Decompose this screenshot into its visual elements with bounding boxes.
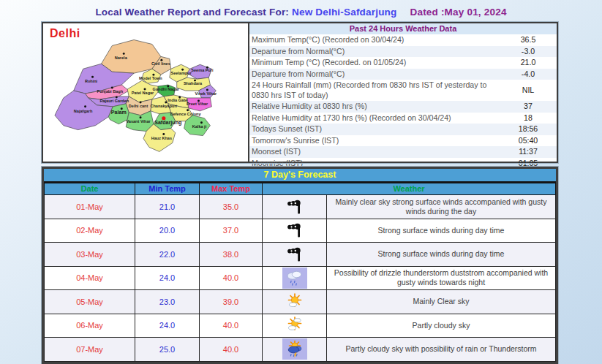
past24-row-value: 18:56 xyxy=(499,124,557,135)
map-label: Punjabi Bagh xyxy=(97,89,124,94)
forecast-weather-description: Mainly clear sky strong surface winds ac… xyxy=(327,195,556,219)
forecast-row: 07-May25.040.0Partly cloudy sky with pos… xyxy=(45,338,556,362)
past24-row: Todays Sunset (IST)18:56 xyxy=(249,124,557,135)
station-name: New Delhi-Safdarjung xyxy=(292,7,397,18)
map-label: Hauz Khas xyxy=(151,136,172,140)
forecast-date: 04-May xyxy=(45,266,135,290)
forecast-icon-cell xyxy=(263,219,327,243)
forecast-min-temp: 24.0 xyxy=(135,266,200,290)
map-label: Safdarjung xyxy=(154,120,181,126)
sun-partly-cloudy-icon xyxy=(282,315,307,336)
forecast-max-temp: 37.0 xyxy=(200,219,263,243)
forecast-min-temp: 20.0 xyxy=(135,219,200,243)
past24-row-label: Todays Sunset (IST) xyxy=(249,124,499,135)
forecast-row: 04-May24.040.0Possibility of drizzle thu… xyxy=(45,266,556,290)
sun-clear-icon xyxy=(282,291,307,312)
forecast-weather-description: Partly cloudy sky xyxy=(327,314,556,338)
forecast-weather-description: Strong surface winds during day time xyxy=(327,219,556,243)
district-narela xyxy=(101,40,160,74)
past24-row-value: 21.0 xyxy=(499,57,557,69)
past24-header: Past 24 Hours Weather Data xyxy=(249,23,557,34)
forecast-icon-cell xyxy=(263,314,327,338)
map-label: Vivek Vihar xyxy=(195,91,218,96)
map-dot xyxy=(84,105,86,107)
past24-row: 24 Hours Rainfall (mm) (Recorded from 08… xyxy=(249,80,557,101)
past24-row-value: 36.5 xyxy=(499,34,557,46)
past24-row-value: NIL xyxy=(499,80,557,101)
map-label: India Gate xyxy=(168,98,187,102)
column-header-min-temp: Min Temp xyxy=(135,183,200,195)
forecast-icon-cell xyxy=(263,338,327,362)
map-label: Seema Puri xyxy=(191,68,214,72)
delhi-map-panel: Delhi xyxy=(43,23,249,162)
past24-row-label: Moonset (IST) xyxy=(249,146,499,158)
forecast-weather-description: Possibility of drizzle thunderstorm dust… xyxy=(327,266,556,290)
past24-row-label: 24 Hours Rainfall (mm) (Recorded from 08… xyxy=(249,80,499,101)
top-container: Delhi xyxy=(42,22,558,163)
past24-panel: Past 24 Hours Weather Data Maximum Temp(… xyxy=(249,23,557,162)
forecast-row: 02-May20.037.0Strong surface winds durin… xyxy=(45,219,556,243)
past24-row-label: Minimum Temp (°C) (Recorded. on 01/05/24… xyxy=(249,57,499,69)
forecast-weather-description: Partly cloudy sky with possibility of ra… xyxy=(327,338,556,362)
map-label: Kalka ji xyxy=(192,124,207,129)
forecast-max-temp: 38.0 xyxy=(200,243,263,267)
column-header-max-temp: Max Temp xyxy=(200,183,263,195)
forecast-max-temp: 35.0 xyxy=(200,195,263,219)
past24-row-label: Relative Humidity at 1730 hrs (%) (Recor… xyxy=(249,113,499,124)
forecast-min-temp: 24.0 xyxy=(135,314,200,338)
past24-row-value: -3.0 xyxy=(499,46,557,58)
past24-row-label: Departure from Normal(°C) xyxy=(249,69,499,80)
forecast-table-body: 01-May21.035.0Mainly clear sky strong su… xyxy=(45,195,556,362)
forecast-container: 7 Day's Forecast Date Min Temp Max Temp … xyxy=(42,167,558,364)
forecast-max-temp: 40.0 xyxy=(200,314,263,338)
forecast-row: 05-May23.039.0Mainly Clear sky xyxy=(45,290,556,314)
map-label: Civil lines xyxy=(151,61,170,66)
past24-row-label: Relative Humidity at 0830 hrs (%) xyxy=(249,101,499,113)
forecast-min-temp: 22.0 xyxy=(135,243,200,267)
past24-row-label: Maximum Temp(°C) (Recorded on 30/04/24) xyxy=(249,34,499,46)
forecast-date: 07-May xyxy=(45,338,135,362)
past24-row-label: Departure from Normal(°C) xyxy=(249,46,499,58)
map-label: Gandhi Nagar xyxy=(153,87,180,91)
forecast-date: 06-May xyxy=(45,314,135,338)
windsock-icon xyxy=(282,220,307,241)
past24-row-value: 37 xyxy=(499,101,557,113)
map-dot xyxy=(91,76,94,78)
rain-thunder-icon xyxy=(282,338,307,360)
map-label: Najafgarh xyxy=(74,109,93,113)
past24-row: Tomorrow's Sunrise (IST)05:40 xyxy=(249,135,557,147)
drizzle-rain-icon xyxy=(282,268,307,289)
forecast-weather-description: Mainly Clear sky xyxy=(327,290,556,314)
forecast-max-temp: 39.0 xyxy=(200,290,263,314)
forecast-min-temp: 21.0 xyxy=(135,195,200,219)
map-label: Patel Nagar xyxy=(132,91,154,95)
forecast-max-temp: 40.0 xyxy=(200,338,263,362)
map-label: Rohini xyxy=(85,79,98,83)
past24-row: Maximum Temp(°C) (Recorded on 30/04/24)3… xyxy=(249,34,557,46)
forecast-date: 01-May xyxy=(45,195,135,219)
forecast-date: 02-May xyxy=(45,219,135,243)
map-label: Rajauri Garden xyxy=(99,99,129,103)
map-label: Defence Colony xyxy=(170,112,202,116)
column-header-weather: Weather xyxy=(263,183,556,195)
past24-table-body: Maximum Temp(°C) (Recorded on 30/04/24)3… xyxy=(249,34,557,169)
past24-row: Departure from Normal(°C)-3.0 xyxy=(249,46,557,58)
forecast-row: 01-May21.035.0Mainly clear sky strong su… xyxy=(45,195,556,219)
forecast-title: 7 Day's Forecast xyxy=(44,169,556,183)
forecast-date: 03-May xyxy=(45,243,135,267)
forecast-row: 06-May24.040.0Partly cloudy sky xyxy=(45,314,556,338)
map-label: Seelampur xyxy=(170,71,192,75)
windsock-icon xyxy=(282,196,307,217)
forecast-max-temp: 40.0 xyxy=(200,266,263,290)
column-header-date: Date xyxy=(45,183,135,195)
past24-row-value: -4.0 xyxy=(499,69,557,80)
page-title: Local Weather Report and Forecast For: N… xyxy=(0,7,602,18)
past24-row-value: 05:40 xyxy=(499,135,557,147)
forecast-date: 05-May xyxy=(45,290,135,314)
past24-row-value: 11:37 xyxy=(499,146,557,158)
forecast-icon-cell xyxy=(263,195,327,219)
map-label: Delhi cant xyxy=(129,104,148,108)
forecast-weather-description: Strong surface winds during day time xyxy=(327,243,556,267)
map-label: Preet Vihar xyxy=(187,102,208,106)
forecast-table: Date Min Temp Max Temp Weather 01-May21.… xyxy=(44,183,556,362)
